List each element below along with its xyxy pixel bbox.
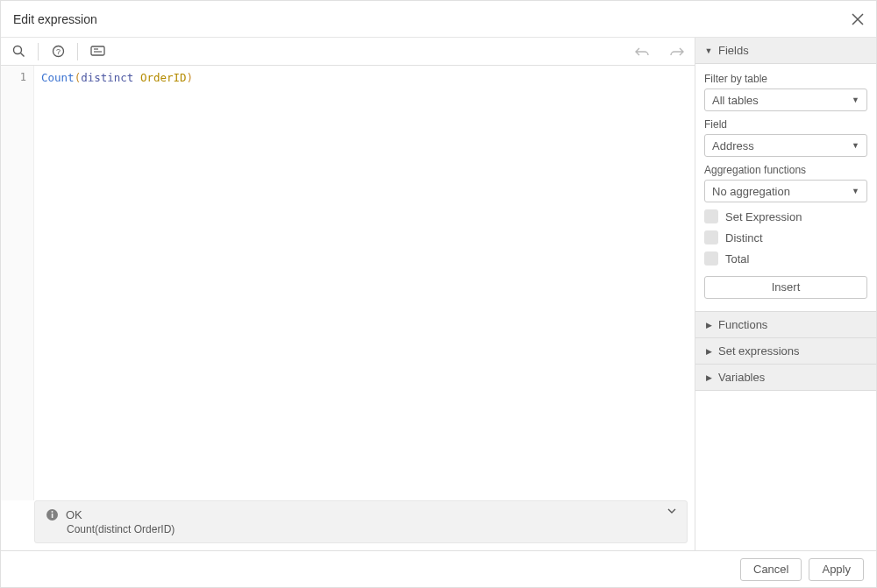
- accordion-functions[interactable]: ▶ Functions: [695, 311, 876, 338]
- line-number: 1: [1, 71, 26, 83]
- chevron-down-icon: ▼: [852, 96, 859, 104]
- close-button[interactable]: [852, 13, 864, 25]
- accordion-set-expressions[interactable]: ▶ Set expressions: [695, 338, 876, 365]
- toolbar-left: ?: [1, 38, 115, 66]
- checkbox-box: [704, 230, 718, 244]
- toolbar: ?: [1, 38, 695, 66]
- distinct-label: Distinct: [725, 231, 763, 244]
- filter-select[interactable]: All tables ▼: [704, 89, 867, 111]
- filter-value: All tables: [712, 94, 759, 107]
- checkbox-box: [704, 251, 718, 266]
- svg-line-1: [20, 53, 24, 57]
- info-icon: [46, 508, 59, 521]
- status-bar[interactable]: OK Count(distinct OrderID): [34, 500, 688, 543]
- redo-icon: [670, 46, 684, 57]
- set-expression-label: Set Expression: [725, 210, 802, 223]
- token-keyword: distinct: [81, 71, 133, 84]
- filter-label: Filter by table: [704, 73, 867, 85]
- field-label: Field: [704, 118, 867, 131]
- status-label: OK: [66, 508, 82, 521]
- search-button[interactable]: [1, 38, 36, 66]
- dialog-header: Edit expression: [1, 1, 876, 38]
- search-icon: [12, 45, 25, 58]
- apply-button[interactable]: Apply: [809, 558, 864, 581]
- svg-point-0: [13, 46, 21, 54]
- agg-group: Aggregation functions No aggregation ▼: [704, 164, 867, 202]
- chevron-down-icon: [667, 508, 676, 514]
- token-identifier: OrderID: [140, 71, 187, 84]
- agg-value: No aggregation: [712, 185, 790, 198]
- field-group: Field Address ▼: [704, 118, 867, 157]
- undo-icon: [635, 46, 649, 57]
- line-gutter: 1: [1, 66, 34, 500]
- help-icon: ?: [52, 45, 65, 58]
- chevron-down-icon: ▼: [852, 141, 859, 150]
- set-expression-checkbox[interactable]: Set Expression: [704, 209, 867, 223]
- accordion-variables[interactable]: ▶ Variables: [695, 365, 876, 391]
- toolbar-separator: [38, 43, 39, 60]
- chevron-right-icon: ▶: [704, 373, 713, 382]
- apply-label: Apply: [822, 563, 851, 576]
- accordion-variables-label: Variables: [718, 371, 765, 384]
- fields-body: Filter by table All tables ▼ Field Addre…: [695, 64, 876, 311]
- svg-rect-8: [52, 514, 53, 518]
- token-function: Count: [41, 71, 75, 84]
- cancel-button[interactable]: Cancel: [740, 558, 802, 581]
- insert-button[interactable]: Insert: [704, 276, 867, 299]
- comment-button[interactable]: [80, 38, 115, 66]
- comment-icon: [90, 46, 105, 57]
- help-button[interactable]: ?: [40, 38, 75, 66]
- redo-button[interactable]: [660, 38, 695, 66]
- total-label: Total: [725, 252, 749, 266]
- chevron-down-icon: ▼: [704, 46, 713, 55]
- dialog: Edit expression ?: [0, 0, 877, 588]
- svg-rect-4: [91, 46, 104, 55]
- field-select[interactable]: Address ▼: [704, 134, 867, 157]
- accordion-fields-label: Fields: [718, 44, 749, 57]
- status-row: OK: [46, 508, 676, 521]
- editor-pane: ?: [1, 38, 695, 550]
- accordion-functions-label: Functions: [718, 318, 767, 331]
- svg-point-9: [52, 511, 53, 513]
- field-value: Address: [712, 139, 754, 152]
- filter-group: Filter by table All tables ▼: [704, 73, 867, 111]
- accordion-set-expressions-label: Set expressions: [718, 344, 800, 358]
- toolbar-separator: [77, 43, 78, 60]
- dialog-body: ?: [1, 38, 876, 550]
- close-icon: [852, 13, 864, 25]
- cancel-label: Cancel: [753, 563, 788, 576]
- distinct-checkbox[interactable]: Distinct: [704, 230, 867, 244]
- chevron-right-icon: ▶: [704, 321, 713, 329]
- chevron-down-icon: ▼: [852, 187, 859, 195]
- status-collapse[interactable]: [667, 508, 676, 514]
- dialog-footer: Cancel Apply: [1, 550, 876, 587]
- toolbar-right: [624, 38, 695, 66]
- total-checkbox[interactable]: Total: [704, 251, 867, 266]
- chevron-right-icon: ▶: [704, 347, 713, 356]
- side-panel: ▼ Fields Filter by table All tables ▼ Fi…: [695, 38, 876, 550]
- svg-text:?: ?: [55, 47, 60, 56]
- undo-button[interactable]: [624, 38, 660, 66]
- dialog-title: Edit expression: [13, 12, 97, 26]
- agg-label: Aggregation functions: [704, 164, 867, 176]
- status-expression: Count(distinct OrderID): [67, 523, 676, 535]
- code-editor[interactable]: 1 Count(distinct OrderID): [1, 66, 695, 500]
- accordion-fields[interactable]: ▼ Fields: [695, 38, 876, 64]
- token-paren-close: ): [187, 71, 194, 84]
- insert-label: Insert: [772, 280, 801, 294]
- checkbox-box: [704, 209, 718, 223]
- code-content[interactable]: Count(distinct OrderID): [34, 66, 695, 500]
- agg-select[interactable]: No aggregation ▼: [704, 180, 867, 202]
